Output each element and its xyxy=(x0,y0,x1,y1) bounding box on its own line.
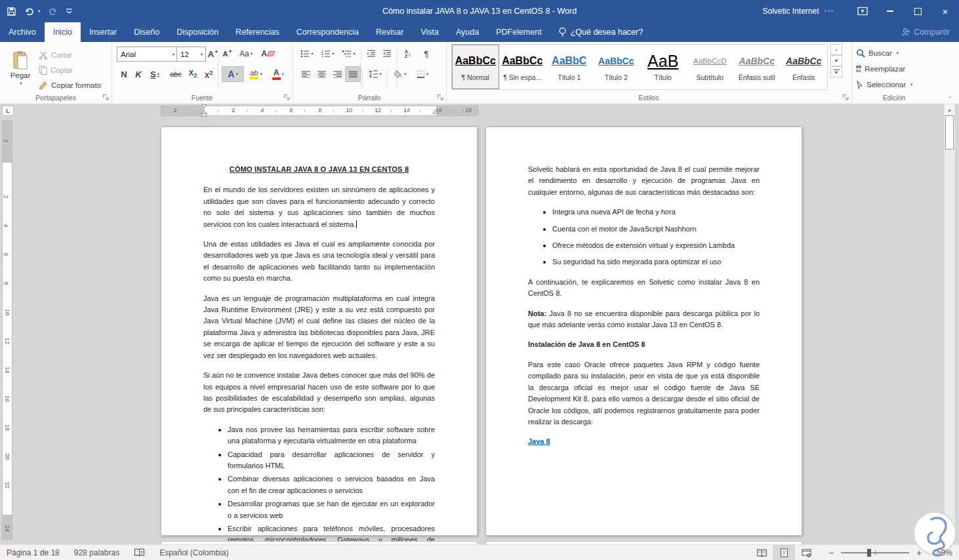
highlight-color-button[interactable]: ab▾ xyxy=(245,66,266,82)
tab-disposicion[interactable]: Disposición xyxy=(168,22,227,42)
font-family-select[interactable]: Arial▾ xyxy=(117,47,178,62)
strikethrough-button[interactable]: abc xyxy=(167,66,185,82)
sort-button[interactable]: AZ ↓ xyxy=(399,46,417,62)
page-count-label[interactable]: Página 1 de 18 xyxy=(7,548,60,557)
proofing-icon[interactable] xyxy=(134,548,145,557)
chevron-down-icon: ▾ xyxy=(282,71,284,77)
font-color-button[interactable]: A▾ xyxy=(268,66,289,82)
cursor-arrow-icon xyxy=(856,81,863,89)
tab-vista[interactable]: Vista xyxy=(412,22,447,42)
qat-customize-icon[interactable] xyxy=(66,8,73,14)
justify-button[interactable] xyxy=(345,66,361,82)
align-left-button[interactable] xyxy=(298,66,314,82)
close-button[interactable]: × xyxy=(931,0,959,22)
zoom-slider-thumb[interactable] xyxy=(867,549,871,557)
undo-icon[interactable]: ▾ xyxy=(24,7,40,16)
paragraph-dialog-launcher-icon[interactable] xyxy=(437,94,444,101)
zoom-in-button[interactable]: + xyxy=(914,548,924,558)
ribbon-display-options-icon[interactable] xyxy=(849,0,876,22)
styles-dialog-launcher-icon[interactable] xyxy=(842,94,849,101)
horizontal-ruler[interactable]: 224681012141618 xyxy=(161,106,478,116)
align-right-button[interactable] xyxy=(329,66,345,82)
chevron-down-icon: ▾ xyxy=(201,52,203,57)
share-person-icon xyxy=(901,28,910,37)
tab-correspondencia[interactable]: Correspondencia xyxy=(288,22,367,42)
zoom-level-label[interactable]: 59% xyxy=(924,548,952,557)
text-effects-button[interactable]: A▾ xyxy=(222,66,244,82)
save-icon[interactable] xyxy=(7,7,16,16)
shading-button[interactable]: ▾ xyxy=(390,66,411,82)
select-button[interactable]: Seleccionar ▾ xyxy=(855,77,913,92)
tab-diseno[interactable]: Diseño xyxy=(125,22,168,42)
clipboard-dialog-launcher-icon[interactable] xyxy=(102,94,110,101)
line-spacing-button[interactable]: ▾ xyxy=(365,66,386,82)
document-page-1[interactable]: CÓMO INSTALAR JAVA 8 O JAVA 13 EN CENTOS… xyxy=(161,127,478,536)
shrink-font-button[interactable]: A▼ xyxy=(220,46,235,62)
tab-revisar[interactable]: Revisar xyxy=(367,22,412,42)
style-item-titulo1[interactable]: AaBbC Título 1 xyxy=(546,45,593,89)
tell-me-box[interactable]: ¿Qué desea hacer? xyxy=(550,22,651,42)
bullets-button[interactable]: ▾ xyxy=(298,46,316,62)
borders-button[interactable]: ▾ xyxy=(412,66,433,82)
change-case-button[interactable]: Aa▾ xyxy=(236,46,256,62)
italic-button[interactable]: K xyxy=(131,66,146,82)
word-count-label[interactable]: 928 palabras xyxy=(74,548,119,557)
vertical-ruler[interactable]: 224681012141618202224 xyxy=(2,120,12,540)
numbering-button[interactable]: 123 ▾ xyxy=(319,46,337,62)
chevron-down-icon: ▾ xyxy=(897,50,899,56)
collapse-ribbon-icon[interactable]: ⌃ xyxy=(947,96,952,102)
tab-pdfelement[interactable]: PDFelement xyxy=(487,22,550,42)
vertical-scrollbar[interactable]: ▲ ▼ xyxy=(944,104,955,532)
style-item-titulo[interactable]: AaB Título xyxy=(640,45,687,89)
styles-scroll-up-icon[interactable]: ▲ xyxy=(830,44,842,55)
language-label[interactable]: Español (Colombia) xyxy=(159,548,228,557)
styles-gallery-more-icon[interactable]: ▼ xyxy=(830,66,842,77)
style-item-sin-espaciado[interactable]: AaBbCc ¶ Sin espa... xyxy=(499,45,546,89)
style-item-subtitulo[interactable]: AaBbCcD Subtítulo xyxy=(687,45,734,89)
tab-ayuda[interactable]: Ayuda xyxy=(447,22,487,42)
styles-scroll-down-icon[interactable]: ▼ xyxy=(830,55,842,66)
subscript-button[interactable]: X2 xyxy=(185,66,201,82)
indent-markers-icon[interactable] xyxy=(201,104,207,117)
tab-inicio[interactable]: Inicio xyxy=(45,22,81,42)
bold-button[interactable]: N xyxy=(117,66,131,82)
zoom-out-button[interactable]: − xyxy=(826,548,836,558)
align-center-button[interactable] xyxy=(314,66,329,82)
right-indent-marker-icon[interactable] xyxy=(432,110,439,116)
paste-button[interactable]: Pegar ▾ xyxy=(5,46,35,90)
document-page-2[interactable]: Solvetic hablará en esta oportunidad de … xyxy=(485,127,802,536)
scroll-up-icon[interactable]: ▲ xyxy=(945,104,954,115)
replace-button[interactable]: abac Reemplazar xyxy=(855,61,906,77)
format-painter-button[interactable]: Copiar formato xyxy=(38,77,102,93)
tab-stop-selector[interactable]: L xyxy=(2,106,14,116)
style-item-titulo2[interactable]: AaBbCc Título 2 xyxy=(593,45,640,89)
decrease-indent-button[interactable] xyxy=(363,46,379,62)
tab-referencias[interactable]: Referencias xyxy=(227,22,288,42)
underline-button[interactable]: S▾ xyxy=(146,66,164,82)
account-name[interactable]: Solvetic Internet xyxy=(763,7,819,16)
multilevel-list-button[interactable]: ▾ xyxy=(340,46,358,62)
tab-archivo[interactable]: Archivo xyxy=(0,22,45,42)
style-item-normal[interactable]: AaBbCc ¶ Normal xyxy=(452,45,499,89)
minimize-button[interactable] xyxy=(876,0,904,22)
style-item-enfasis-sutil[interactable]: AaBbCc Énfasis sutil xyxy=(733,45,781,89)
java8-link[interactable]: Java 8 xyxy=(528,437,550,445)
font-dialog-launcher-icon[interactable] xyxy=(283,94,291,101)
print-layout-button[interactable] xyxy=(773,545,795,560)
superscript-button[interactable]: X2 xyxy=(201,66,216,82)
undo-dropdown-icon[interactable]: ▾ xyxy=(38,9,40,14)
zoom-slider[interactable] xyxy=(841,552,909,553)
maximize-button[interactable] xyxy=(904,0,931,22)
scrollbar-thumb[interactable] xyxy=(945,115,954,150)
chevron-down-icon: ▾ xyxy=(260,71,262,77)
clear-formatting-button[interactable]: A xyxy=(260,46,275,62)
find-button[interactable]: Buscar ▾ xyxy=(855,45,899,61)
style-item-enfasis[interactable]: AaBbCc Énfasis xyxy=(781,45,828,89)
share-button[interactable]: Compartir xyxy=(901,22,950,42)
read-mode-button[interactable] xyxy=(750,545,773,560)
tab-insertar[interactable]: Insertar xyxy=(81,22,125,42)
font-size-select[interactable]: 12▾ xyxy=(176,47,206,62)
increase-indent-button[interactable] xyxy=(379,46,395,62)
web-layout-button[interactable] xyxy=(795,545,817,560)
show-marks-button[interactable]: ¶ xyxy=(418,46,434,62)
